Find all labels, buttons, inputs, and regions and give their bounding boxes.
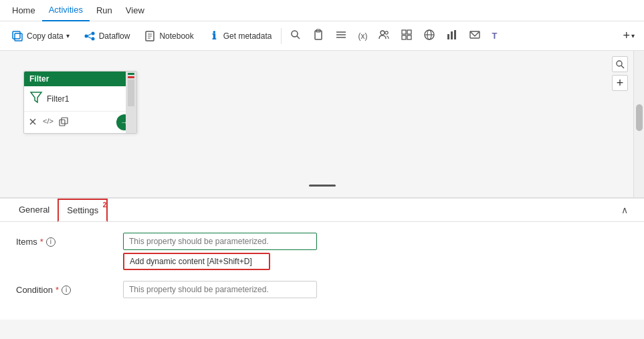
menu-bar: Home Activities Run View (0, 0, 644, 21)
svg-line-5 (88, 33, 92, 35)
activity-card-actions: </> → (24, 111, 136, 133)
users-toolbar-button[interactable] (374, 26, 394, 45)
toolbar-add-section: + ▾ (619, 26, 639, 45)
svg-point-4 (91, 37, 94, 40)
analytics-toolbar-button[interactable] (442, 26, 462, 45)
condition-input[interactable] (123, 281, 317, 298)
dataflow-button[interactable]: Dataflow (78, 27, 136, 45)
add-toolbar-dropdown-icon: ▾ (631, 32, 635, 39)
svg-rect-32 (60, 120, 65, 126)
svg-rect-29 (454, 30, 456, 39)
condition-form-content (123, 281, 628, 298)
canvas-divider-handle[interactable] (309, 185, 336, 187)
items-form-content: Add dynamic content [Alt+Shift+D] (123, 233, 628, 270)
items-label-text: Items (16, 237, 37, 247)
copy-data-label: Copy data (27, 31, 64, 41)
toolbar: Copy data ▾ Dataflow Notebook ℹ Get meta… (0, 21, 644, 51)
search-toolbar-icon (290, 29, 302, 43)
svg-line-12 (297, 36, 300, 39)
globe-toolbar-icon (423, 29, 435, 43)
card-scroll-panel (126, 72, 136, 133)
menu-item-home[interactable]: Home (5, 0, 42, 21)
dataflow-icon (83, 29, 96, 43)
filter-funnel-icon (29, 90, 43, 107)
canvas-controls: + (612, 56, 628, 91)
menu-item-run[interactable]: Run (90, 0, 119, 21)
condition-required-star: * (56, 285, 59, 295)
tabs-bar: General Settings 2 ∧ (0, 199, 644, 222)
teams-toolbar-icon: T (492, 31, 497, 41)
svg-line-6 (88, 36, 92, 38)
add-toolbar-button[interactable]: + ▾ (619, 26, 639, 45)
svg-rect-22 (402, 35, 406, 39)
code-action-icon[interactable]: </> (43, 117, 53, 128)
delete-action-icon[interactable] (28, 117, 37, 128)
copy-action-icon[interactable] (59, 117, 68, 128)
add-toolbar-icon: + (623, 29, 630, 43)
globe-toolbar-button[interactable] (419, 26, 439, 45)
mail-toolbar-icon (469, 29, 481, 43)
get-metadata-label: Get metadata (223, 31, 272, 41)
teams-toolbar-button[interactable]: T (488, 28, 501, 43)
svg-rect-23 (407, 35, 411, 39)
items-input[interactable] (123, 233, 317, 250)
copy-data-button[interactable]: Copy data ▾ (5, 27, 75, 45)
menu-item-view[interactable]: View (119, 0, 151, 21)
get-metadata-icon: ℹ (207, 29, 221, 43)
svg-rect-28 (451, 31, 453, 39)
activity-card-header: Filter (24, 72, 136, 86)
card-scroll-green-dot (128, 73, 134, 75)
grid-toolbar-button[interactable] (397, 26, 417, 45)
search-toolbar-button[interactable] (286, 26, 306, 45)
users-toolbar-icon (378, 29, 390, 43)
svg-point-19 (385, 31, 388, 34)
notebook-icon (143, 29, 156, 43)
tab-general[interactable]: General (11, 199, 58, 221)
form-area: Items * i Add dynamic content [Alt+Shift… (0, 222, 644, 320)
clipboard-toolbar-button[interactable] (308, 26, 328, 45)
items-required-star: * (40, 237, 43, 247)
activity-card-body: Filter1 (24, 86, 74, 111)
expression-toolbar-button[interactable]: (x) (354, 29, 371, 43)
filter-activity-card[interactable]: Filter Filter1 </> (23, 71, 137, 134)
notebook-button[interactable]: Notebook (138, 27, 199, 45)
svg-point-3 (91, 31, 94, 35)
form-row-condition: Condition * i (16, 281, 628, 298)
card-scroll-gray-dot (128, 80, 134, 106)
items-dynamic-content-button[interactable]: Add dynamic content [Alt+Shift+D] (123, 253, 270, 270)
list-toolbar-button[interactable] (331, 26, 351, 45)
tabs-collapse-button[interactable]: ∧ (616, 202, 633, 218)
notebook-label: Notebook (159, 31, 193, 41)
vscroll-thumb[interactable] (636, 104, 643, 131)
svg-rect-0 (13, 31, 20, 39)
form-row-items: Items * i Add dynamic content [Alt+Shift… (16, 233, 628, 270)
action-icons-group: </> (28, 117, 68, 128)
items-info-icon[interactable]: i (46, 237, 56, 247)
bottom-panel: General Settings 2 ∧ Items * i Add dynam… (0, 198, 644, 320)
copy-data-dropdown-icon: ▾ (66, 32, 70, 39)
tab-settings-label: Settings (67, 205, 98, 215)
activity-name: Filter1 (47, 94, 69, 104)
analytics-toolbar-icon (446, 29, 458, 43)
get-metadata-button[interactable]: ℹ Get metadata (202, 27, 278, 45)
tab-settings[interactable]: Settings 2 (58, 199, 108, 222)
list-toolbar-icon (335, 29, 347, 43)
condition-info-icon[interactable]: i (62, 286, 71, 295)
canvas-area: Filter Filter1 </> (0, 51, 644, 198)
mail-toolbar-button[interactable] (465, 26, 485, 45)
svg-point-34 (617, 61, 622, 66)
dataflow-label: Dataflow (99, 31, 130, 41)
zoom-search-button[interactable] (612, 56, 628, 72)
canvas-vscroll[interactable] (633, 51, 644, 197)
toolbar-separator-1 (281, 28, 282, 44)
svg-point-11 (292, 31, 298, 37)
svg-marker-31 (31, 92, 41, 102)
svg-point-2 (84, 34, 88, 37)
condition-label: Condition * i (16, 281, 123, 295)
card-scroll-red-dot (128, 76, 134, 78)
condition-label-text: Condition (16, 285, 53, 295)
zoom-in-button[interactable]: + (612, 75, 628, 91)
items-label: Items * i (16, 233, 123, 247)
svg-rect-21 (407, 30, 411, 34)
menu-item-activities[interactable]: Activities (42, 0, 90, 21)
